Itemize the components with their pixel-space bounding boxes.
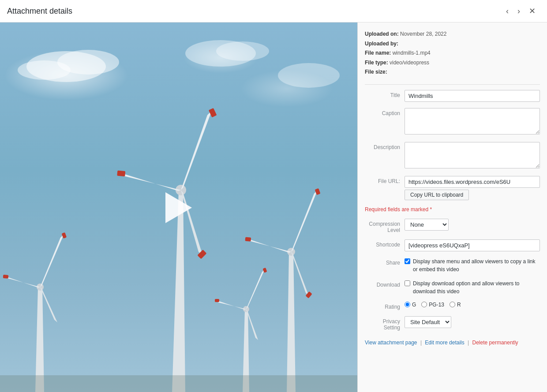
privacy-control: Site Default Public Private: [405, 316, 540, 328]
description-control: [405, 142, 540, 170]
meta-file-type: File type: video/videopress: [365, 58, 540, 68]
caption-input[interactable]: [405, 108, 540, 134]
separator-2: |: [468, 340, 469, 346]
svg-marker-31: [246, 269, 265, 309]
svg-rect-12: [117, 171, 125, 177]
shortcode-control: [405, 239, 540, 251]
svg-marker-8: [181, 111, 212, 190]
share-checkbox-label: Display share menu and allow viewers to …: [405, 258, 540, 273]
privacy-label: Privacy Setting: [365, 316, 405, 331]
svg-rect-28: [3, 275, 9, 279]
file-url-row: File URL: Copy URL to clipboard: [365, 176, 540, 200]
download-checkbox-label: Display download option and allow viewer…: [405, 280, 540, 295]
svg-point-4: [216, 41, 269, 61]
share-row: Share Display share menu and allow viewe…: [365, 258, 540, 273]
separator-1: |: [420, 340, 422, 346]
shortcode-label: Shortcode: [365, 239, 405, 248]
footer-links: View attachment page | Edit more details…: [365, 340, 540, 346]
title-row: Title: [365, 90, 540, 102]
header-navigation: ‹ › ✕: [502, 4, 540, 18]
download-checkbox-text: Display download option and allow viewer…: [413, 280, 540, 295]
rating-control: G PG-13 R: [405, 302, 540, 308]
title-control: [405, 90, 540, 102]
rating-r-label: R: [450, 302, 461, 308]
description-input[interactable]: [405, 142, 540, 168]
svg-point-5: [278, 63, 340, 88]
title-input[interactable]: [405, 90, 540, 102]
prev-button[interactable]: ‹: [502, 4, 513, 18]
svg-rect-36: [0, 375, 357, 392]
title-label: Title: [365, 90, 405, 98]
privacy-select[interactable]: Site Default Public Private: [405, 316, 451, 328]
privacy-row: Privacy Setting Site Default Public Priv…: [365, 316, 540, 331]
svg-point-2: [18, 60, 71, 80]
svg-rect-11: [209, 108, 217, 117]
caption-row: Caption: [365, 108, 540, 136]
svg-marker-17: [247, 239, 291, 253]
svg-marker-16: [291, 190, 318, 252]
shortcode-input[interactable]: [405, 239, 540, 251]
shortcode-row: Shortcode: [365, 239, 540, 251]
svg-marker-32: [216, 300, 246, 310]
svg-marker-14: [287, 252, 296, 392]
download-row: Download Display download option and all…: [365, 280, 540, 295]
rating-row: Rating G PG-13 R: [365, 302, 540, 310]
share-label: Share: [365, 258, 405, 266]
meta-uploaded-on: Uploaded on: November 28, 2022: [365, 30, 540, 39]
next-button[interactable]: ›: [513, 4, 525, 18]
rating-g-label: G: [405, 302, 416, 308]
close-button[interactable]: ✕: [525, 4, 540, 18]
rating-radio-group: G PG-13 R: [405, 302, 540, 308]
file-url-label: File URL:: [365, 176, 405, 184]
play-button[interactable]: [165, 192, 192, 223]
file-url-input[interactable]: [405, 176, 540, 188]
meta-uploaded-by: Uploaded by:: [365, 39, 540, 49]
view-attachment-link[interactable]: View attachment page: [365, 340, 417, 346]
page-title: Attachment details: [7, 7, 72, 16]
edit-details-link[interactable]: Edit more details: [425, 340, 464, 346]
download-control: Display download option and allow viewer…: [405, 280, 540, 295]
copy-url-button[interactable]: Copy URL to clipboard: [405, 190, 469, 200]
rating-label: Rating: [365, 302, 405, 310]
details-panel: Uploaded on: November 28, 2022 Uploaded …: [357, 22, 547, 392]
share-control: Display share menu and allow viewers to …: [405, 258, 540, 273]
meta-file-size: File size:: [365, 67, 540, 77]
compression-control: None Low Medium High: [405, 219, 540, 231]
share-checkbox[interactable]: [405, 258, 410, 264]
main-layout: Uploaded on: November 28, 2022 Uploaded …: [0, 22, 547, 392]
svg-marker-25: [4, 276, 40, 287]
delete-permanently-link[interactable]: Delete permanently: [472, 340, 518, 346]
required-note: Required fields are marked *: [365, 206, 540, 213]
description-row: Description: [365, 142, 540, 170]
meta-file-name: File name: windmills-1.mp4: [365, 49, 540, 58]
header: Attachment details ‹ › ✕: [0, 0, 547, 22]
download-label: Download: [365, 280, 405, 288]
rating-pg13-radio[interactable]: [421, 302, 427, 307]
compression-select[interactable]: None Low Medium High: [405, 219, 449, 231]
download-checkbox[interactable]: [405, 280, 410, 286]
file-url-control: Copy URL to clipboard: [405, 176, 540, 200]
rating-r-radio[interactable]: [450, 302, 455, 307]
svg-rect-35: [215, 299, 219, 302]
compression-label: Compression Level: [365, 219, 405, 233]
description-label: Description: [365, 142, 405, 150]
caption-control: [405, 108, 540, 136]
svg-marker-9: [119, 172, 181, 191]
caption-label: Caption: [365, 108, 405, 116]
rating-g-radio[interactable]: [405, 302, 410, 307]
svg-marker-24: [40, 234, 64, 287]
svg-rect-20: [245, 237, 251, 242]
share-checkbox-text: Display share menu and allow viewers to …: [413, 258, 540, 273]
rating-pg13-label: PG-13: [421, 302, 444, 308]
divider: [365, 84, 540, 85]
compression-row: Compression Level None Low Medium High: [365, 219, 540, 233]
meta-info: Uploaded on: November 28, 2022 Uploaded …: [365, 30, 540, 77]
video-panel: [0, 22, 357, 392]
